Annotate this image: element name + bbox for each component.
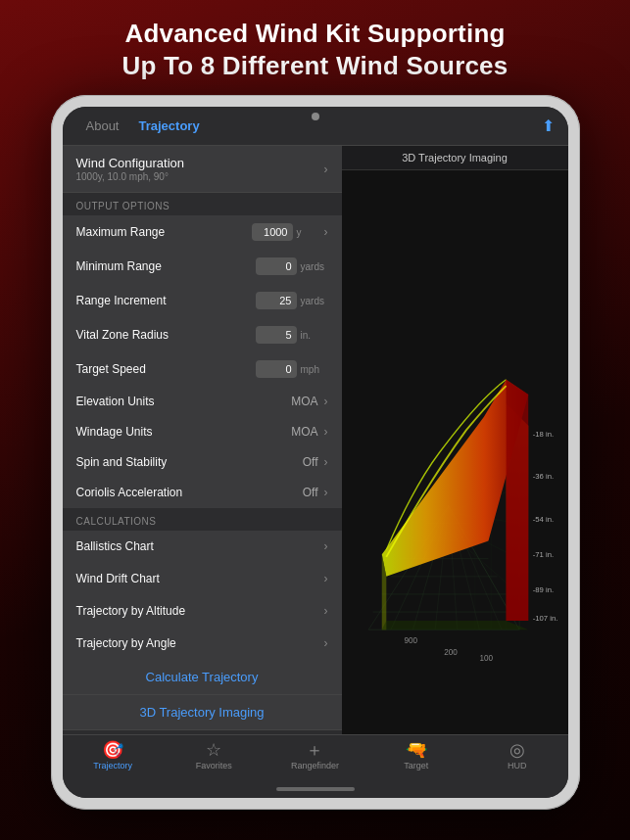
left-panel: Wind Configuration 1000y, 10.0 mph, 90° … xyxy=(63,146,342,734)
max-range-label: Maximum Range xyxy=(76,225,252,239)
spin-stability-label: Spin and Stability xyxy=(76,455,303,469)
tab-trajectory[interactable]: 🎯 Trajectory xyxy=(83,741,142,770)
ballistics-chart-label: Ballistics Chart xyxy=(76,539,324,553)
elevation-units-value: MOA xyxy=(291,395,317,408)
range-increment-input[interactable] xyxy=(256,292,297,309)
trajectory-icon: 🎯 xyxy=(102,741,123,759)
trajectory-altitude-label: Trajectory by Altitude xyxy=(76,604,324,618)
max-range-input[interactable] xyxy=(252,223,293,241)
elevation-units-row[interactable]: Elevation Units MOA › xyxy=(63,387,342,417)
max-range-unit: y xyxy=(297,227,324,238)
range-increment-row: Range Increment yards xyxy=(63,284,342,318)
elevation-units-chevron: › xyxy=(324,395,328,408)
tab-rangefinder[interactable]: ＋ Rangefinder xyxy=(285,741,344,770)
3d-trajectory-button[interactable]: 3D Trajectory Imaging xyxy=(63,695,342,730)
svg-marker-32 xyxy=(506,380,528,621)
coriolis-label: Coriolis Acceleration xyxy=(76,486,303,499)
elevation-units-label: Elevation Units xyxy=(76,395,292,408)
svg-text:-54 in.: -54 in. xyxy=(532,515,553,524)
svg-text:-71 in.: -71 in. xyxy=(532,550,553,559)
min-range-label: Minimum Range xyxy=(76,259,256,273)
rangefinder-icon: ＋ xyxy=(306,741,323,759)
target-tab-label: Target xyxy=(404,761,428,770)
svg-text:-36 in.: -36 in. xyxy=(532,472,553,481)
range-increment-label: Range Increment xyxy=(76,294,256,307)
svg-text:-107 in.: -107 in. xyxy=(532,614,557,623)
ballistics-chart-row[interactable]: Ballistics Chart › xyxy=(63,531,342,563)
wind-config-row[interactable]: Wind Configuration 1000y, 10.0 mph, 90° … xyxy=(63,146,342,193)
favorites-tab-label: Favorites xyxy=(196,761,232,770)
svg-text:200: 200 xyxy=(444,648,458,657)
spin-stability-value: Off xyxy=(303,455,318,469)
hud-icon: ◎ xyxy=(509,741,525,759)
range-increment-unit: yards xyxy=(301,296,328,306)
trajectory-chart: -18 in. -36 in. -54 in. -71 in. -89 in. … xyxy=(342,170,568,734)
svg-text:100: 100 xyxy=(479,654,493,663)
trajectory-altitude-chevron: › xyxy=(324,604,328,618)
spin-stability-row[interactable]: Spin and Stability Off › xyxy=(63,447,342,478)
vital-zone-input[interactable] xyxy=(256,326,297,344)
right-panel: 3D Trajectory Imaging xyxy=(342,146,568,734)
chart-area: -18 in. -36 in. -54 in. -71 in. -89 in. … xyxy=(342,170,568,734)
wind-drift-chart-row[interactable]: Wind Drift Chart › xyxy=(63,563,342,595)
wind-config-label: Wind Configuration xyxy=(76,156,185,170)
share-button[interactable]: ⬆ xyxy=(542,117,555,135)
min-range-input[interactable] xyxy=(256,257,297,275)
coriolis-value: Off xyxy=(303,486,318,499)
svg-marker-33 xyxy=(381,621,527,630)
windage-units-value: MOA xyxy=(291,425,317,439)
vital-zone-row: Vital Zone Radius in. xyxy=(63,318,342,352)
target-speed-input[interactable] xyxy=(256,360,297,378)
tab-hud[interactable]: ◎ HUD xyxy=(488,741,547,770)
output-options-header: OUTPUT OPTIONS xyxy=(63,193,342,215)
target-speed-unit: mph xyxy=(301,364,328,375)
svg-text:-18 in.: -18 in. xyxy=(532,430,553,439)
svg-text:-89 in.: -89 in. xyxy=(532,585,553,594)
target-speed-label: Target Speed xyxy=(76,362,256,376)
tab-about[interactable]: About xyxy=(76,115,129,137)
trajectory-angle-chevron: › xyxy=(324,636,328,650)
vital-zone-label: Vital Zone Radius xyxy=(76,328,256,342)
min-range-row: Minimum Range yards xyxy=(63,250,342,284)
windage-units-row[interactable]: Windage Units MOA › xyxy=(63,417,342,447)
coriolis-chevron: › xyxy=(324,486,328,499)
svg-text:900: 900 xyxy=(404,636,417,645)
tab-favorites[interactable]: ☆ Favorites xyxy=(184,741,243,770)
wind-drift-chevron: › xyxy=(324,572,328,585)
max-range-chevron: › xyxy=(324,225,328,239)
right-panel-title: 3D Trajectory Imaging xyxy=(342,146,568,170)
windage-units-chevron: › xyxy=(324,425,328,439)
tab-bar: 🎯 Trajectory ☆ Favorites ＋ Rangefinder 🔫… xyxy=(63,734,568,780)
home-indicator xyxy=(63,780,568,798)
page-header: Advanced Wind Kit Supporting Up To 8 Dif… xyxy=(93,0,538,91)
camera-dot xyxy=(312,113,319,120)
target-speed-row: Target Speed mph xyxy=(63,352,342,387)
tab-trajectory[interactable]: Trajectory xyxy=(128,115,209,137)
wind-config-sub: 1000y, 10.0 mph, 90° xyxy=(76,171,185,182)
tab-target[interactable]: 🔫 Target xyxy=(387,741,446,770)
trajectory-altitude-row[interactable]: Trajectory by Altitude › xyxy=(63,595,342,628)
device-screen: About Trajectory ⬆ Wind Configuration 10… xyxy=(63,107,568,798)
trajectory-angle-row[interactable]: Trajectory by Angle › xyxy=(63,628,342,660)
content-area: Wind Configuration 1000y, 10.0 mph, 90° … xyxy=(63,146,568,734)
ballistics-chart-chevron: › xyxy=(324,539,328,553)
hud-tab-label: HUD xyxy=(508,761,527,770)
wind-drift-chart-label: Wind Drift Chart xyxy=(76,572,324,585)
home-bar xyxy=(276,787,355,791)
trajectory-angle-label: Trajectory by Angle xyxy=(76,636,324,650)
wind-config-chevron: › xyxy=(324,163,328,176)
coriolis-row[interactable]: Coriolis Acceleration Off › xyxy=(63,478,342,508)
calculations-header: CALCULATIONS xyxy=(63,508,342,531)
min-range-unit: yards xyxy=(301,261,328,272)
spin-stability-chevron: › xyxy=(324,455,328,469)
rangefinder-tab-label: Rangefinder xyxy=(291,761,339,770)
device-frame: About Trajectory ⬆ Wind Configuration 10… xyxy=(51,95,580,810)
vital-zone-unit: in. xyxy=(301,330,328,341)
calculate-trajectory-button[interactable]: Calculate Trajectory xyxy=(63,660,342,695)
trajectory-tab-label: Trajectory xyxy=(93,761,132,770)
favorites-icon: ☆ xyxy=(206,741,221,759)
max-range-row: Maximum Range y › xyxy=(63,215,342,250)
windage-units-label: Windage Units xyxy=(76,425,292,439)
target-icon: 🔫 xyxy=(406,741,427,759)
svg-rect-0 xyxy=(342,240,568,666)
